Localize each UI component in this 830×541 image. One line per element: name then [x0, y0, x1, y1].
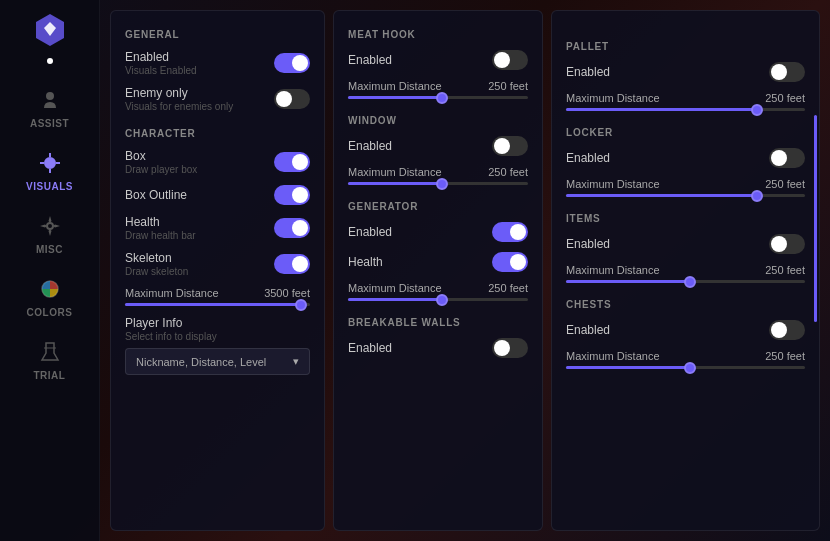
toggle-box[interactable] — [274, 152, 310, 172]
setting-label-meathook-enabled: Enabled — [348, 53, 392, 67]
assist-icon — [36, 86, 64, 114]
setting-label-generator-enabled: Enabled — [348, 225, 392, 239]
slider-track-generator[interactable] — [348, 298, 528, 301]
setting-chests-enabled: Enabled — [566, 320, 805, 340]
slider-value-chests: 250 feet — [765, 350, 805, 362]
slider-label-chests: Maximum Distance — [566, 350, 660, 362]
slider-thumb-meathook — [436, 92, 448, 104]
sidebar-item-trial[interactable]: TRIAL — [0, 328, 99, 391]
setting-generator-enabled: Enabled — [348, 222, 528, 242]
setting-pallet-enabled: Enabled — [566, 62, 805, 82]
slider-thumb-pallet — [751, 104, 763, 116]
content-area: GENERAL Enabled Visuals Enabled Enemy on… — [100, 0, 830, 541]
toggle-generator-health[interactable] — [492, 252, 528, 272]
toggle-general-enabled[interactable] — [274, 53, 310, 73]
toggle-knob-meathook — [494, 52, 510, 68]
slider-track-items[interactable] — [566, 280, 805, 283]
toggle-chests-enabled[interactable] — [769, 320, 805, 340]
toggle-breakwalls-enabled[interactable] — [492, 338, 528, 358]
slider-value-window: 250 feet — [488, 166, 528, 178]
setting-info-skeleton: Skeleton Draw skeleton — [125, 251, 188, 277]
slider-value-locker: 250 feet — [765, 178, 805, 190]
sidebar-item-assist[interactable]: ASSIST — [0, 76, 99, 139]
scrollbar-thumb[interactable] — [814, 115, 817, 323]
items-header: ITEMS — [566, 213, 805, 224]
toggle-meathook-enabled[interactable] — [492, 50, 528, 70]
slider-thumb-max-distance-char — [295, 299, 307, 311]
toggle-knob-skeleton — [292, 256, 308, 272]
toggle-health[interactable] — [274, 218, 310, 238]
slider-thumb-window — [436, 178, 448, 190]
toggle-skeleton[interactable] — [274, 254, 310, 274]
meat-hook-header: MEAT HOOK — [348, 29, 528, 40]
slider-label-max-distance-char: Maximum Distance — [125, 287, 219, 299]
setting-label-locker-enabled: Enabled — [566, 151, 610, 165]
slider-pallet-distance: Maximum Distance 250 feet — [566, 92, 805, 111]
toggle-knob-pallet — [771, 64, 787, 80]
setting-label-pallet-enabled: Enabled — [566, 65, 610, 79]
toggle-locker-enabled[interactable] — [769, 148, 805, 168]
dropdown-player-info[interactable]: Nickname, Distance, Level ▾ — [125, 348, 310, 375]
slider-locker-distance: Maximum Distance 250 feet — [566, 178, 805, 197]
slider-header-max-distance-char: Maximum Distance 3500 feet — [125, 287, 310, 299]
setting-items-enabled: Enabled — [566, 234, 805, 254]
locker-header: LOCKER — [566, 127, 805, 138]
toggle-knob-enemy-only — [276, 91, 292, 107]
slider-thumb-locker — [751, 190, 763, 202]
slider-header-window: Maximum Distance 250 feet — [348, 166, 528, 178]
setting-sub-enemy-only: Visuals for enemies only — [125, 101, 233, 112]
slider-track-chests[interactable] — [566, 366, 805, 369]
chests-header: CHESTS — [566, 299, 805, 310]
setting-info-box-outline: Box Outline — [125, 188, 187, 202]
setting-sub-box: Draw player box — [125, 164, 197, 175]
setting-window-enabled: Enabled — [348, 136, 528, 156]
slider-window-distance: Maximum Distance 250 feet — [348, 166, 528, 185]
toggle-knob-health — [292, 220, 308, 236]
setting-sub-skeleton: Draw skeleton — [125, 266, 188, 277]
slider-header-generator: Maximum Distance 250 feet — [348, 282, 528, 294]
slider-generator-distance: Maximum Distance 250 feet — [348, 282, 528, 301]
pallet-header: PALLET — [566, 41, 805, 52]
toggle-items-enabled[interactable] — [769, 234, 805, 254]
sidebar-item-assist-label: ASSIST — [30, 118, 69, 129]
setting-label-chests-enabled: Enabled — [566, 323, 610, 337]
slider-track-max-distance-char[interactable] — [125, 303, 310, 306]
chevron-down-icon: ▾ — [293, 355, 299, 368]
slider-header-locker: Maximum Distance 250 feet — [566, 178, 805, 190]
slider-track-locker[interactable] — [566, 194, 805, 197]
slider-value-max-distance-char: 3500 feet — [264, 287, 310, 299]
sidebar-item-misc[interactable]: MISC — [0, 202, 99, 265]
toggle-box-outline[interactable] — [274, 185, 310, 205]
setting-general-enabled: Enabled Visuals Enabled — [125, 50, 310, 76]
slider-label-pallet: Maximum Distance — [566, 92, 660, 104]
setting-info-box: Box Draw player box — [125, 149, 197, 175]
slider-track-pallet[interactable] — [566, 108, 805, 111]
panel-right: PALLET Enabled Maximum Distance 250 feet — [551, 10, 820, 531]
setting-sub-enabled: Visuals Enabled — [125, 65, 197, 76]
toggle-window-enabled[interactable] — [492, 136, 528, 156]
setting-box-outline: Box Outline — [125, 185, 310, 205]
sidebar-item-colors[interactable]: COLORS — [0, 265, 99, 328]
setting-generator-health: Health — [348, 252, 528, 272]
toggle-knob-generator-health — [510, 254, 526, 270]
slider-track-window[interactable] — [348, 182, 528, 185]
toggle-knob-window — [494, 138, 510, 154]
toggle-pallet-enabled[interactable] — [769, 62, 805, 82]
setting-label-box-outline: Box Outline — [125, 188, 187, 202]
slider-chests-distance: Maximum Distance 250 feet — [566, 350, 805, 369]
sidebar: ASSIST VISUALS — [0, 0, 100, 541]
slider-label-locker: Maximum Distance — [566, 178, 660, 190]
toggle-enemy-only[interactable] — [274, 89, 310, 109]
setting-label-health: Health — [125, 215, 196, 229]
svg-point-0 — [46, 92, 54, 100]
slider-fill-locker — [566, 194, 757, 197]
slider-fill-meathook — [348, 96, 442, 99]
app-logo — [30, 10, 70, 50]
toggle-knob-locker — [771, 150, 787, 166]
slider-meathook-distance: Maximum Distance 250 feet — [348, 80, 528, 99]
generator-header: GENERATOR — [348, 201, 528, 212]
slider-value-generator: 250 feet — [488, 282, 528, 294]
toggle-generator-enabled[interactable] — [492, 222, 528, 242]
slider-track-meathook[interactable] — [348, 96, 528, 99]
sidebar-item-visuals[interactable]: VISUALS — [0, 139, 99, 202]
